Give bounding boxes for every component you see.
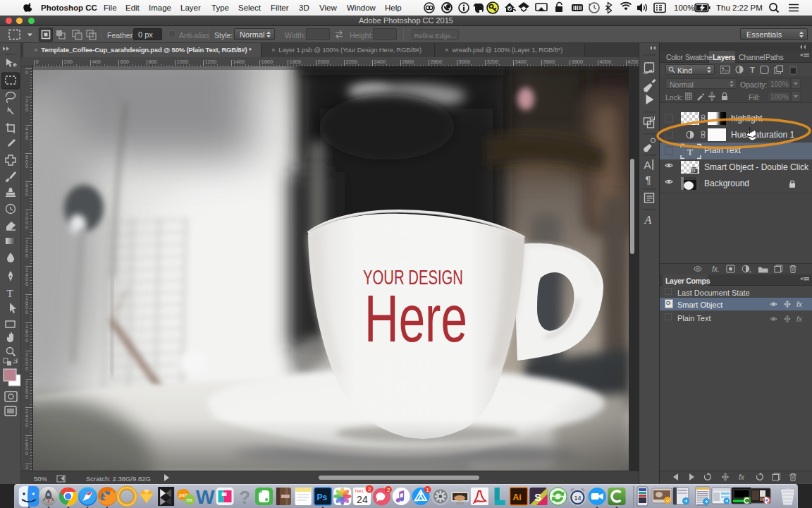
svg-text:0: 0 xyxy=(25,107,28,112)
svg-text:T: T xyxy=(7,288,13,299)
svg-text:0: 0 xyxy=(25,310,28,315)
svg-text:fx: fx xyxy=(796,315,803,323)
svg-text:0: 0 xyxy=(25,225,28,230)
svg-text:3400: 3400 xyxy=(515,59,527,65)
svg-text:1000: 1000 xyxy=(177,59,189,65)
svg-text:?: ? xyxy=(239,487,250,508)
svg-text:0: 0 xyxy=(25,451,28,456)
svg-text:1800: 1800 xyxy=(290,59,302,65)
svg-text:me: me xyxy=(186,497,192,502)
svg-text:0: 0 xyxy=(25,135,28,140)
svg-text:fx: fx xyxy=(739,473,745,481)
svg-text:0: 0 xyxy=(25,253,28,258)
svg-text:0: 0 xyxy=(25,394,28,399)
svg-text:Ps: Ps xyxy=(317,492,328,502)
svg-text:A: A xyxy=(644,214,652,226)
svg-text:Plain Text: Plain Text xyxy=(704,145,741,155)
svg-text:1: 1 xyxy=(426,487,430,493)
svg-text:2400: 2400 xyxy=(374,59,386,65)
svg-text:14: 14 xyxy=(574,495,581,502)
svg-text:0: 0 xyxy=(25,338,28,343)
svg-text:600: 600 xyxy=(121,59,130,65)
svg-text:Smart Object - Double Click: Smart Object - Double Click xyxy=(704,162,809,172)
svg-text:THU: THU xyxy=(355,489,363,493)
svg-text:3200: 3200 xyxy=(487,59,499,65)
svg-text:1400: 1400 xyxy=(233,59,245,65)
svg-text:2: 2 xyxy=(387,487,390,493)
svg-text:4200: 4200 xyxy=(628,59,640,65)
svg-text:4000: 4000 xyxy=(600,59,612,65)
svg-text:2: 2 xyxy=(368,486,371,492)
svg-text:2600: 2600 xyxy=(402,59,414,65)
svg-text:¶: ¶ xyxy=(646,174,651,186)
svg-text:Background: Background xyxy=(704,179,749,188)
svg-text:3800: 3800 xyxy=(572,59,584,65)
svg-text:A: A xyxy=(644,159,651,171)
svg-text:400: 400 xyxy=(92,59,102,65)
svg-text:2800: 2800 xyxy=(431,59,443,65)
svg-text:T: T xyxy=(687,147,693,157)
svg-text:0: 0 xyxy=(25,70,28,75)
svg-text:1600: 1600 xyxy=(262,59,273,65)
svg-text:24: 24 xyxy=(357,494,368,505)
svg-text:2000: 2000 xyxy=(318,59,330,65)
svg-text:0: 0 xyxy=(25,164,28,169)
svg-text:3600: 3600 xyxy=(543,59,555,65)
svg-text:Hue/Saturation 1: Hue/Saturation 1 xyxy=(731,130,794,140)
svg-text:0: 0 xyxy=(25,192,28,197)
svg-text:0: 0 xyxy=(25,366,28,371)
svg-text:1200: 1200 xyxy=(205,59,217,65)
svg-text:0: 0 xyxy=(25,282,28,286)
svg-text:fx: fx xyxy=(796,301,803,308)
svg-text:W: W xyxy=(196,487,216,508)
svg-text:200: 200 xyxy=(64,59,73,65)
svg-text:0: 0 xyxy=(25,423,28,428)
svg-text:Ai: Ai xyxy=(513,492,522,502)
svg-text:3000: 3000 xyxy=(459,59,471,65)
svg-text:800: 800 xyxy=(149,59,158,65)
svg-text:highlight: highlight xyxy=(731,114,763,123)
svg-text:fx.: fx. xyxy=(712,265,720,273)
svg-text:2200: 2200 xyxy=(346,59,358,65)
svg-text:S: S xyxy=(534,491,541,503)
svg-text:0: 0 xyxy=(36,59,39,65)
